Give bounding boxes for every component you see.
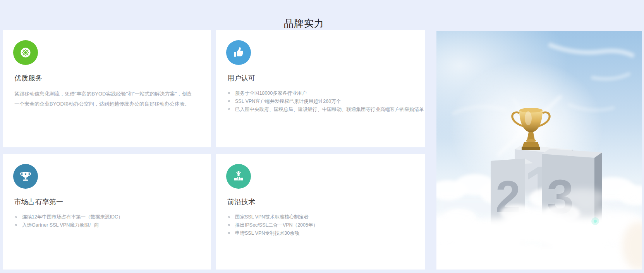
bullet-ring-icon (15, 224, 17, 226)
bullet-ring-icon (15, 216, 17, 218)
card-paragraph: 紧跟移动信息化潮流，凭借"丰富的BYOD实践经验"和"一站式的解决方案"，创造一… (14, 89, 195, 109)
card-title: 优质服务 (14, 73, 200, 83)
bullet-ring-icon (228, 108, 230, 110)
bullet-ring-icon (228, 216, 230, 218)
trophy-icon (13, 164, 38, 189)
column-middle: 用户认可 服务于全国18000多家各行业用户 SSL VPN客户端并发授权已累计… (216, 30, 425, 270)
card-frontier-technology: 前沿技术 国家SSL VPN技术标准核心制定者 推出IPSec/SSL二合一VP… (216, 154, 425, 270)
list-item: 国家SSL VPN技术标准核心制定者 (227, 213, 414, 221)
bullet-ring-icon (228, 100, 230, 102)
thumbs-up-icon (226, 40, 251, 65)
globe-icon (13, 40, 38, 65)
card-title: 前沿技术 (227, 197, 414, 206)
lens-flare (591, 217, 599, 225)
list-item: 连续12年中国市场占有率第一（数据来源IDC） (14, 213, 200, 221)
card-market-share-first: 市场占有率第一 连续12年中国市场占有率第一（数据来源IDC） 入选Gartne… (3, 154, 211, 270)
card-bullet-list: 服务于全国18000多家各行业用户 SSL VPN客户端并发授权已累计使用超过2… (227, 89, 414, 114)
hero-image: 1 (436, 31, 642, 270)
bullet-ring-icon (228, 224, 230, 226)
bullet-ring-icon (228, 232, 230, 234)
list-item: 服务于全国18000多家各行业用户 (227, 89, 414, 97)
column-left: 优质服务 紧跟移动信息化潮流，凭借"丰富的BYOD实践经验"和"一站式的解决方案… (3, 30, 211, 270)
card-quality-service: 优质服务 紧跟移动信息化潮流，凭借"丰富的BYOD实践经验"和"一站式的解决方案… (3, 30, 211, 147)
card-title: 市场占有率第一 (14, 197, 200, 206)
card-bullet-list: 连续12年中国市场占有率第一（数据来源IDC） 入选Gartner SSL VP… (14, 213, 200, 229)
list-item: SSL VPN客户端并发授权已累计使用超过260万个 (227, 97, 414, 106)
column-right: 1 (436, 31, 642, 270)
podium-winner-icon (226, 164, 251, 189)
page-title: 品牌实力 (0, 7, 608, 30)
list-item: 申请SSL VPN专利技术30余项 (227, 229, 414, 237)
list-item: 已入围中央政府、国税总局、建设银行、中国移动、联通集团等行业高端客户的采购清单 (227, 106, 414, 114)
list-item: 入选Gartner SSL VPN魔力象限厂商 (14, 221, 200, 229)
card-title: 用户认可 (227, 73, 414, 83)
cloud-sea (436, 204, 642, 270)
card-user-recognition: 用户认可 服务于全国18000多家各行业用户 SSL VPN客户端并发授权已累计… (216, 30, 425, 147)
brand-strength-section: 优质服务 紧跟移动信息化潮流，凭借"丰富的BYOD实践经验"和"一站式的解决方案… (3, 30, 642, 270)
bullet-ring-icon (228, 92, 230, 94)
list-item: 推出IPSec/SSL二合一VPN（2005年） (227, 221, 414, 229)
card-bullet-list: 国家SSL VPN技术标准核心制定者 推出IPSec/SSL二合一VPN（200… (227, 213, 414, 237)
